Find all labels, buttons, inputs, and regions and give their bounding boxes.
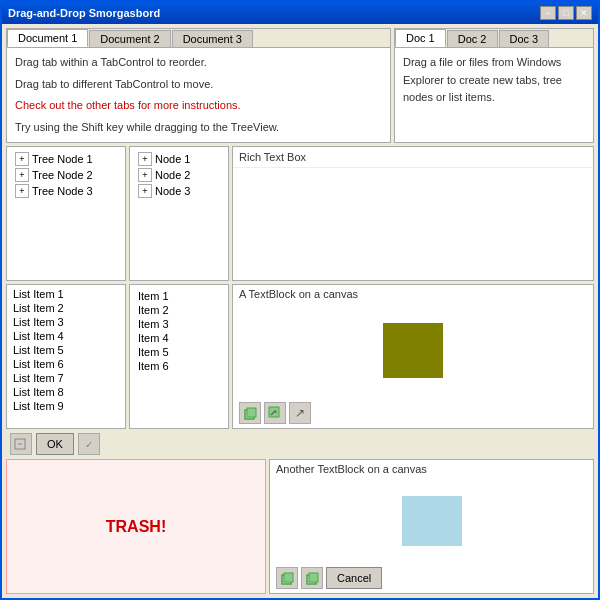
tree2-node-3[interactable]: + Node 3 (136, 183, 222, 199)
tree2-node-1[interactable]: + Node 1 (136, 151, 222, 167)
ok-button[interactable]: OK (36, 433, 74, 455)
tab-doc-3[interactable]: Doc 3 (499, 30, 550, 47)
window-title: Drag-and-Drop Smorgasbord (8, 7, 160, 19)
trash-panel[interactable]: TRASH! (6, 459, 266, 594)
item-row[interactable]: Item 3 (136, 317, 222, 331)
left-tab-panel: Document 1 Document 2 Document 3 Drag ta… (6, 28, 391, 143)
list-item[interactable]: List Item 9 (11, 399, 121, 413)
tab-document-3[interactable]: Document 3 (172, 30, 253, 47)
tree1-node-1[interactable]: + Tree Node 1 (13, 151, 119, 167)
tree1-node-3[interactable]: + Tree Node 3 (13, 183, 119, 199)
list-item[interactable]: List Item 3 (11, 315, 121, 329)
list-item[interactable]: List Item 2 (11, 301, 121, 315)
tree2-label-2: Node 2 (155, 169, 190, 181)
list-item[interactable]: List Item 1 (11, 287, 121, 301)
tab-document-2[interactable]: Document 2 (89, 30, 170, 47)
canvas1-btn3[interactable]: ↗ (289, 402, 311, 424)
tree1-node-2[interactable]: + Tree Node 2 (13, 167, 119, 183)
list-item[interactable]: List Item 5 (11, 343, 121, 357)
canvas2-area (270, 478, 593, 563)
list-inner[interactable]: List Item 1List Item 2List Item 3List It… (7, 285, 125, 428)
toolbar-row: OK ✓ (6, 432, 594, 456)
tree2-label-3: Node 3 (155, 185, 190, 197)
svg-rect-10 (309, 573, 318, 582)
canvas-panel-1: A TextBlock on a canvas ↗ (232, 284, 594, 429)
trash-label: TRASH! (106, 518, 166, 536)
canvas1-btn1[interactable] (239, 402, 261, 424)
left-tab-content: Drag tab within a TabControl to reorder.… (7, 48, 390, 142)
bottom-mid-section: List Item 1List Item 2List Item 3List It… (6, 284, 594, 429)
bottom-section: TRASH! Another TextBlock on a canvas Can… (6, 459, 594, 594)
top-section: Document 1 Document 2 Document 3 Drag ta… (6, 28, 594, 143)
rtb-panel: Rich Text Box (232, 146, 594, 281)
tree2-expand-1[interactable]: + (138, 152, 152, 166)
item-row[interactable]: Item 5 (136, 345, 222, 359)
tree1-content: + Tree Node 1 + Tree Node 2 + Tree Node … (7, 147, 125, 203)
right-tab-content: Drag a file or files from Windows Explor… (395, 48, 593, 138)
left-tab-line2: Drag tab to different TabControl to move… (15, 76, 382, 94)
left-tab-line3: Check out the other tabs for more instru… (15, 97, 382, 115)
title-bar: Drag-and-Drop Smorgasbord − □ ✕ (2, 2, 598, 24)
close-button[interactable]: ✕ (576, 6, 592, 20)
tree2-label-1: Node 1 (155, 153, 190, 165)
canvas2-btn2[interactable] (301, 567, 323, 589)
rtb-label: Rich Text Box (233, 147, 593, 168)
right-tab-bar: Doc 1 Doc 2 Doc 3 (395, 29, 593, 48)
list-item[interactable]: List Item 7 (11, 371, 121, 385)
tab-doc-1[interactable]: Doc 1 (395, 29, 446, 47)
tree-panel-2: + Node 1 + Node 2 + Node 3 (129, 146, 229, 281)
canvas1-btn2[interactable] (264, 402, 286, 424)
tab-document-1[interactable]: Document 1 (7, 29, 88, 47)
list-item[interactable]: List Item 6 (11, 357, 121, 371)
item-row[interactable]: Item 2 (136, 303, 222, 317)
tree1-label-2: Tree Node 2 (32, 169, 93, 181)
middle-section: + Tree Node 1 + Tree Node 2 + Tree Node … (6, 146, 594, 281)
canvas2-rect (402, 496, 462, 546)
right-tab-text: Drag a file or files from Windows Explor… (403, 54, 585, 107)
toolbar-icon2[interactable]: ✓ (78, 433, 100, 455)
left-tab-line1: Drag tab within a TabControl to reorder. (15, 54, 382, 72)
main-window: Drag-and-Drop Smorgasbord − □ ✕ Document… (0, 0, 600, 600)
svg-rect-8 (284, 573, 293, 582)
right-tab-panel: Doc 1 Doc 2 Doc 3 Drag a file or files f… (394, 28, 594, 143)
list-item[interactable]: List Item 8 (11, 385, 121, 399)
title-bar-buttons: − □ ✕ (540, 6, 592, 20)
tree1-expand-1[interactable]: + (15, 152, 29, 166)
list-panel: List Item 1List Item 2List Item 3List It… (6, 284, 126, 429)
list-item[interactable]: List Item 4 (11, 329, 121, 343)
canvas1-label: A TextBlock on a canvas (233, 285, 593, 303)
tree-panel-1: + Tree Node 1 + Tree Node 2 + Tree Node … (6, 146, 126, 281)
tree1-expand-3[interactable]: + (15, 184, 29, 198)
window-content: Document 1 Document 2 Document 3 Drag ta… (2, 24, 598, 598)
tree2-node-2[interactable]: + Node 2 (136, 167, 222, 183)
minimize-button[interactable]: − (540, 6, 556, 20)
canvas1-rect (383, 323, 443, 378)
left-tab-line4: Try using the Shift key while dragging t… (15, 119, 382, 137)
cancel-button[interactable]: Cancel (326, 567, 382, 589)
items-panel: Item 1Item 2Item 3Item 4Item 5Item 6 (129, 284, 229, 429)
item-row[interactable]: Item 1 (136, 289, 222, 303)
canvas2-label: Another TextBlock on a canvas (270, 460, 593, 478)
toolbar-icon1[interactable] (10, 433, 32, 455)
left-tab-bar: Document 1 Document 2 Document 3 (7, 29, 390, 48)
canvas1-buttons: ↗ (233, 398, 593, 428)
canvas2-btn1[interactable] (276, 567, 298, 589)
tree2-expand-3[interactable]: + (138, 184, 152, 198)
tree2-content: + Node 1 + Node 2 + Node 3 (130, 147, 228, 203)
tree1-label-1: Tree Node 1 (32, 153, 93, 165)
item-row[interactable]: Item 6 (136, 359, 222, 373)
svg-rect-1 (247, 408, 256, 417)
tree1-label-3: Tree Node 3 (32, 185, 93, 197)
canvas1-area (233, 303, 593, 398)
canvas2-buttons: Cancel (270, 563, 593, 593)
canvas-panel-2: Another TextBlock on a canvas Cancel (269, 459, 594, 594)
tree1-expand-2[interactable]: + (15, 168, 29, 182)
tab-doc-2[interactable]: Doc 2 (447, 30, 498, 47)
maximize-button[interactable]: □ (558, 6, 574, 20)
tree2-expand-2[interactable]: + (138, 168, 152, 182)
item-row[interactable]: Item 4 (136, 331, 222, 345)
